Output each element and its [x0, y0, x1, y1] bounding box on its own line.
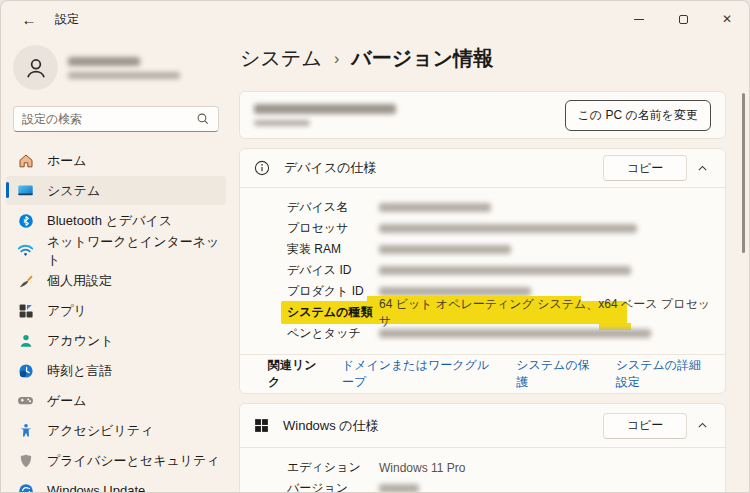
sidebar-item-home[interactable]: ホーム [6, 146, 226, 175]
spec-row-processor: プロセッサ [287, 218, 711, 239]
network-icon [17, 242, 34, 259]
app-title: 設定 [55, 11, 79, 28]
redacted-value [379, 329, 651, 338]
windows-specs-copy-button[interactable]: コピー [603, 413, 687, 439]
breadcrumb-separator-icon: › [334, 50, 339, 68]
spec-label: エディション [287, 459, 379, 476]
redacted-value [379, 224, 637, 233]
redacted-value [379, 245, 511, 254]
spec-row-version: バージョン [287, 478, 711, 493]
user-name-redacted [68, 57, 180, 79]
search-box[interactable] [13, 106, 219, 132]
sidebar-item-privacy-security[interactable]: プライバシーとセキュリティ [6, 446, 226, 475]
windows-update-icon [17, 482, 34, 493]
spec-label: システムの種類 [287, 304, 379, 321]
page-title: バージョン情報 [351, 45, 493, 72]
device-specs-header[interactable]: デバイスの仕様 コピー [240, 149, 725, 187]
gaming-icon [17, 392, 34, 409]
sidebar-item-label: 時刻と言語 [47, 362, 112, 380]
titlebar: ← 設定 ✕ [1, 1, 749, 37]
close-button[interactable]: ✕ [705, 1, 749, 37]
sidebar-item-label: ネットワークとインターネット [47, 233, 226, 269]
sidebar-item-personalization[interactable]: 個人用設定 [6, 266, 226, 295]
windows-specs-body: エディション Windows 11 Pro バージョン インストール日 [240, 448, 725, 493]
main-content: システム › バージョン情報 この PC の名前を変更 [231, 37, 749, 492]
person-icon [23, 55, 49, 81]
sidebar-item-system[interactable]: システム [6, 176, 226, 205]
windows-specs-card: Windows の仕様 コピー エディション Windows 11 Pro バー… [239, 403, 726, 493]
sidebar: ホーム システム Bluetooth とデバイス ネットワークとインターネット [1, 37, 231, 492]
sidebar-item-label: 個人用設定 [47, 272, 112, 290]
sidebar-item-label: アカウント [47, 332, 114, 350]
system-icon [17, 182, 34, 199]
breadcrumb: システム › バージョン情報 [240, 45, 493, 72]
minimize-button[interactable] [617, 1, 661, 37]
shield-icon [17, 452, 34, 469]
windows-specs-header[interactable]: Windows の仕様 コピー [240, 404, 725, 447]
scrollbar-thumb[interactable] [742, 93, 745, 253]
spec-row-device-id: デバイス ID [287, 260, 711, 281]
sidebar-nav: ホーム システム Bluetooth とデバイス ネットワークとインターネット [1, 146, 231, 493]
sidebar-item-network-internet[interactable]: ネットワークとインターネット [6, 236, 226, 265]
sidebar-item-windows-update[interactable]: Windows Update [6, 476, 226, 493]
pc-name-redacted [254, 104, 396, 126]
breadcrumb-parent[interactable]: システム [240, 45, 322, 72]
sidebar-item-accessibility[interactable]: アクセシビリティ [6, 416, 226, 445]
link-advanced-system-settings[interactable]: システムの詳細設定 [616, 357, 711, 391]
sidebar-item-label: Bluetooth とデバイス [47, 212, 172, 230]
sidebar-item-gaming[interactable]: ゲーム [6, 386, 226, 415]
redacted-value [379, 266, 631, 275]
redacted-pc-subtitle [254, 120, 310, 126]
user-account-row[interactable] [13, 45, 219, 90]
content-column: この PC の名前を変更 デバイスの仕様 コピー [239, 91, 726, 493]
settings-window: ← 設定 ✕ [0, 0, 750, 493]
minimize-icon [634, 19, 644, 20]
spec-label: デバイス ID [287, 262, 379, 279]
windows-logo-icon [254, 418, 269, 433]
windows-specs-collapse-button[interactable] [687, 413, 717, 439]
sidebar-item-apps[interactable]: アプリ [6, 296, 226, 325]
sidebar-item-accounts[interactable]: アカウント [6, 326, 226, 355]
chevron-up-icon [696, 162, 709, 175]
device-specs-copy-button[interactable]: コピー [603, 155, 687, 181]
link-system-protection[interactable]: システムの保護 [516, 357, 590, 391]
search-icon [196, 112, 210, 126]
device-specs-card: デバイスの仕様 コピー デバイス名 プロセッサ [239, 148, 726, 394]
related-links: ドメインまたはワークグループ システムの保護 システムの詳細設定 [342, 357, 711, 391]
home-icon [17, 152, 34, 169]
redacted-value [379, 203, 491, 212]
redacted-value [379, 484, 419, 493]
maximize-icon [679, 15, 688, 24]
spec-label: ペンとタッチ [287, 325, 379, 342]
accessibility-icon [17, 422, 34, 439]
accounts-icon [17, 332, 34, 349]
sidebar-item-label: Windows Update [47, 483, 145, 493]
back-button[interactable]: ← [13, 6, 45, 32]
related-links-row: 関連リンク ドメインまたはワークグループ システムの保護 システムの詳細設定 [240, 355, 725, 393]
redacted-pc-name [254, 104, 396, 114]
back-arrow-icon: ← [22, 11, 37, 28]
sidebar-item-time-language[interactable]: 時刻と言語 [6, 356, 226, 385]
device-specs-collapse-button[interactable] [687, 155, 717, 181]
info-icon [254, 160, 270, 176]
apps-icon [17, 302, 34, 319]
rename-pc-button[interactable]: この PC の名前を変更 [565, 100, 711, 131]
link-domain-workgroup[interactable]: ドメインまたはワークグループ [342, 357, 491, 391]
spec-value: Windows 11 Pro [379, 461, 465, 475]
sidebar-item-label: アクセシビリティ [47, 422, 153, 440]
related-links-label: 関連リンク [268, 357, 322, 391]
sidebar-item-label: ホーム [47, 152, 87, 170]
redacted-user-name [68, 57, 140, 66]
sidebar-item-label: アプリ [47, 302, 87, 320]
spec-row-installed-ram: 実装 RAM [287, 239, 711, 260]
chevron-up-icon [696, 419, 709, 432]
avatar [13, 45, 58, 90]
maximize-button[interactable] [661, 1, 705, 37]
sidebar-item-label: システム [47, 182, 100, 200]
spec-row-system-type: システムの種類 64 ビット オペレーティング システム、x64 ベース プロセ… [287, 302, 711, 323]
close-icon: ✕ [722, 13, 732, 25]
sidebar-item-bluetooth-devices[interactable]: Bluetooth とデバイス [6, 206, 226, 235]
sidebar-item-label: ゲーム [47, 392, 87, 410]
spec-label: プロセッサ [287, 220, 379, 237]
search-input[interactable] [22, 112, 196, 126]
